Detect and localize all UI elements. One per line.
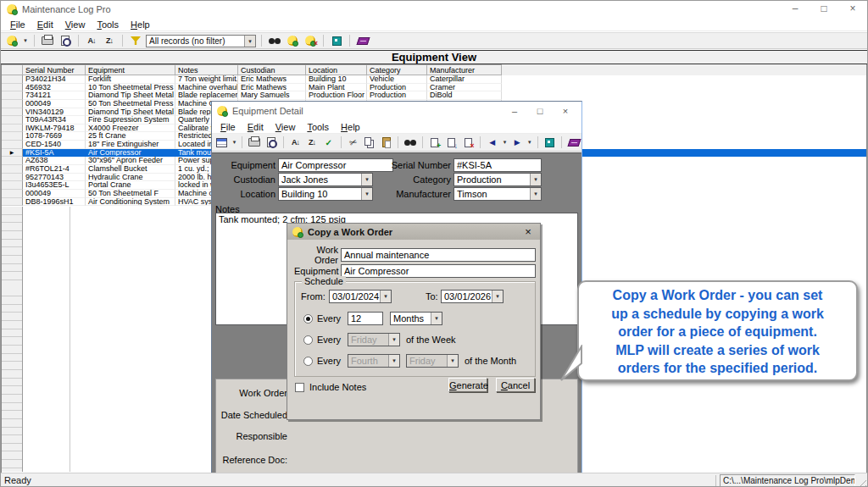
location-dropdown-icon[interactable]: ▾	[361, 188, 372, 200]
find-icon[interactable]	[403, 136, 418, 149]
table-cell[interactable]: X4000 Freezer	[86, 125, 175, 133]
view-caret-icon[interactable]: ▾	[231, 139, 238, 146]
menu-view[interactable]: View	[59, 19, 92, 30]
copy-icon[interactable]	[362, 136, 377, 149]
print-preview-icon[interactable]	[58, 34, 73, 47]
table-cell[interactable]: 50 Ton Sheetmetal F	[86, 190, 175, 198]
table-cell[interactable]: T09A43R34	[23, 116, 86, 125]
filter-icon[interactable]	[128, 34, 143, 47]
print-icon[interactable]	[247, 136, 262, 149]
table-cell[interactable]: 952770143	[23, 174, 86, 182]
table-cell[interactable]: Caterpillar	[427, 75, 502, 84]
table-cell[interactable]: Air Compressor	[86, 149, 175, 158]
table-cell[interactable]: CED-1540	[23, 141, 86, 149]
sort-descending-icon[interactable]: Z↓	[102, 34, 117, 47]
table-cell[interactable]: 7 Ton weight limit.	[175, 75, 238, 84]
next-record-icon[interactable]: ▶	[509, 136, 525, 149]
new-record-icon[interactable]: +	[427, 136, 442, 149]
table-cell[interactable]: Production Floor 1	[306, 91, 367, 100]
apply-filter-icon[interactable]	[285, 34, 300, 47]
menu-help[interactable]: Help	[125, 19, 156, 30]
table-cell[interactable]: Forklift	[86, 75, 175, 84]
detail-menu-help[interactable]: Help	[335, 121, 366, 133]
table-cell[interactable]: Portal Crane	[86, 181, 175, 190]
record-selector[interactable]	[2, 132, 23, 141]
custodian-combobox[interactable]: Jack Jones ▾	[278, 173, 373, 186]
records-filter-combobox[interactable]: All records (no filter) ▾	[146, 35, 256, 47]
table-cell[interactable]: Machine overhaul every	[175, 84, 238, 92]
monthday-dropdown-icon[interactable]: ▾	[447, 355, 458, 367]
equipment-detail-titlebar[interactable]: Equipment Detail – □ ×	[212, 102, 581, 120]
table-cell[interactable]: #R6TOL21-4	[23, 165, 86, 174]
sort-descending-icon[interactable]: Z↓	[304, 136, 320, 149]
record-selector[interactable]	[2, 125, 23, 133]
detail-menu-file[interactable]: File	[214, 121, 242, 133]
location-combobox[interactable]: Building 10 ▾	[278, 187, 373, 201]
menu-tools[interactable]: Tools	[91, 19, 125, 30]
record-selector[interactable]	[2, 100, 23, 108]
table-cell[interactable]: Mary Samuels	[238, 91, 306, 100]
table-cell[interactable]: VIN340129	[23, 108, 86, 117]
column-header[interactable]: Location	[306, 64, 367, 75]
record-selector[interactable]	[2, 116, 23, 125]
table-cell[interactable]: 000049	[23, 100, 86, 108]
table-cell[interactable]: Vehicle	[367, 75, 427, 84]
table-cell[interactable]: 000049	[23, 190, 86, 198]
delete-record-icon[interactable]: ×	[460, 136, 476, 149]
copy-dialog-close-icon[interactable]: ×	[521, 225, 535, 238]
table-cell[interactable]: Main Plant	[306, 84, 367, 92]
record-selector[interactable]	[2, 75, 23, 84]
weekday-dropdown-icon[interactable]: ▾	[388, 334, 399, 346]
sort-ascending-icon[interactable]: A↓	[288, 136, 303, 149]
interval-unit-dropdown-icon[interactable]: ▾	[431, 313, 442, 324]
menu-file[interactable]: File	[4, 19, 31, 30]
every-monthday-radio[interactable]	[303, 357, 313, 366]
minimize-button[interactable]: –	[781, 1, 810, 18]
table-cell[interactable]: 30"x96" Apron Feeder	[86, 157, 175, 165]
table-cell[interactable]: Production	[367, 91, 427, 100]
records-filter-dropdown-icon[interactable]: ▾	[244, 36, 255, 47]
record-selector[interactable]	[2, 198, 23, 207]
manufacturer-combobox[interactable]: Timson ▾	[453, 187, 542, 201]
print-icon[interactable]	[40, 34, 55, 47]
table-cell[interactable]: Clamshell Bucket	[86, 165, 175, 174]
view-switcher-caret-icon[interactable]: ▾	[22, 37, 29, 44]
column-header[interactable]: Notes	[175, 64, 238, 75]
paste-icon[interactable]	[379, 136, 394, 149]
weekday-combobox-disabled[interactable]: Friday ▾	[348, 333, 400, 346]
table-cell[interactable]: Fire Supression System	[86, 116, 175, 125]
column-header[interactable]: Manufacturer	[427, 64, 502, 75]
detail-minimize-button[interactable]: –	[502, 106, 527, 116]
to-date-combobox[interactable]: 03/01/2026 ▾	[441, 290, 504, 303]
close-button[interactable]: ×	[838, 1, 867, 18]
next-record-caret-icon[interactable]: ▾	[526, 139, 533, 146]
table-row[interactable]: 734121Diamond Tip Sheet Metal ConvBlade …	[2, 91, 866, 100]
help-book-icon[interactable]	[355, 34, 370, 47]
view-switcher-icon[interactable]	[4, 34, 19, 47]
table-row[interactable]: P34021H34Forklift7 Ton weight limit.Eric…	[2, 75, 866, 84]
table-cell[interactable]: Diamond Tip Sheet Metal Conv	[86, 108, 175, 117]
record-selector[interactable]	[2, 174, 23, 182]
detail-maximize-button[interactable]: □	[527, 106, 553, 116]
table-cell[interactable]: P34021H34	[23, 75, 86, 84]
find-icon[interactable]	[267, 34, 282, 47]
column-header[interactable]: Serial Number	[23, 64, 86, 75]
record-selector[interactable]	[2, 141, 23, 149]
table-cell[interactable]: I3u4653E5-L	[23, 181, 86, 190]
help-book-icon[interactable]	[566, 136, 581, 149]
table-cell[interactable]: Hydraulic Crane	[86, 174, 175, 182]
table-cell[interactable]: Blade replacement ever	[175, 91, 238, 100]
table-cell[interactable]: 456932	[23, 84, 86, 92]
table-cell[interactable]: #KSI-5A	[23, 149, 86, 158]
detail-menu-tools[interactable]: Tools	[301, 121, 335, 133]
detail-menu-edit[interactable]: Edit	[242, 121, 270, 133]
spell-check-icon[interactable]: ✓	[321, 136, 337, 149]
record-selector[interactable]	[2, 108, 23, 117]
table-cell[interactable]: DB8-1996sH1	[23, 198, 86, 207]
table-cell[interactable]: Building 10	[306, 75, 367, 84]
table-cell[interactable]: IWKLM-79418	[23, 125, 86, 133]
table-cell[interactable]: Eric Mathews	[238, 75, 306, 84]
cut-icon[interactable]: ✂	[343, 133, 362, 151]
detail-close-button[interactable]: ×	[553, 106, 578, 116]
table-cell[interactable]: 18" Fire Extinguisher	[86, 141, 175, 149]
